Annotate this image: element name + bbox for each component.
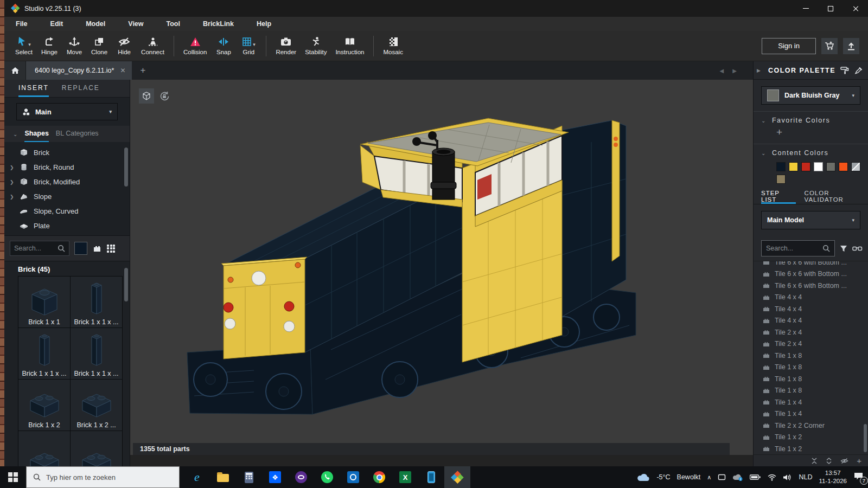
part-thumbnail[interactable]: Brick 1 x 2 ... xyxy=(71,380,122,431)
part-thumbnail[interactable]: Brick 1 x 1 x ... xyxy=(71,328,122,379)
content-color-swatch[interactable] xyxy=(839,162,848,171)
step-item[interactable]: Tile 6 x 6 with Bottom ... xyxy=(754,268,868,280)
taskbar-app-file-explorer[interactable] xyxy=(210,466,236,488)
content-color-swatch[interactable] xyxy=(776,175,786,184)
tab-step-list[interactable]: STEP LIST xyxy=(761,190,796,204)
language-indicator[interactable]: NLD xyxy=(799,473,812,481)
part-thumbnail[interactable]: Brick 1 x 1 xyxy=(18,277,70,328)
tab-replace[interactable]: REPLACE xyxy=(62,80,100,97)
step-item[interactable]: Tile 4 x 4 xyxy=(754,303,868,315)
move-tool-button[interactable]: Move xyxy=(62,36,87,55)
expand-icon[interactable]: ❯ xyxy=(10,179,14,185)
tab-scroll-back-icon[interactable]: ◀ xyxy=(720,68,724,74)
document-tab[interactable]: 6400 lego_Copy 6.2.11.io* ✕ xyxy=(26,61,132,80)
category-plate[interactable]: Plate xyxy=(4,219,130,233)
hinge-tool-button[interactable]: Hinge xyxy=(37,36,62,55)
taskbar-app-your-phone[interactable] xyxy=(418,466,444,488)
grid-caret-icon[interactable]: ▾ xyxy=(253,42,256,47)
select-tool-button[interactable]: ▾ Select xyxy=(11,36,37,55)
mosaic-tool-button[interactable]: Mosaic xyxy=(379,36,407,55)
step-item[interactable]: Tile 1 x 8 xyxy=(754,385,868,397)
panel-collapse-icon[interactable]: ▶ xyxy=(757,68,761,73)
part-search-input[interactable]: Search... xyxy=(10,241,69,256)
cart-button[interactable] xyxy=(821,38,838,54)
category-brick-modified[interactable]: ❯ Brick, Modified xyxy=(4,175,130,189)
sign-in-button[interactable]: Sign in xyxy=(762,38,816,54)
step-item[interactable]: Tile 4 x 4 xyxy=(754,315,868,327)
filter-icon[interactable] xyxy=(840,245,847,252)
part-thumbnail[interactable]: Brick 1 x 2 xyxy=(18,380,70,431)
speaker-icon[interactable] xyxy=(783,474,792,481)
stability-tool-button[interactable]: Stability xyxy=(301,36,331,55)
rotation-lock-button[interactable] xyxy=(157,88,172,104)
taskbar-app-chrome[interactable] xyxy=(366,466,392,488)
hide-tool-button[interactable]: Hide xyxy=(112,36,137,55)
view-cube-button[interactable] xyxy=(139,88,154,104)
step-item[interactable]: Tile 1 x 4 xyxy=(754,408,868,420)
content-color-swatch[interactable] xyxy=(801,162,810,171)
instruction-tool-button[interactable]: Instruction xyxy=(331,36,368,55)
onedrive-icon[interactable] xyxy=(732,473,743,481)
tab-bl-categories[interactable]: BL Categories xyxy=(56,126,99,142)
part-thumbnail[interactable]: Brick 1 x 1 x ... xyxy=(71,277,122,328)
category-partial-row[interactable] xyxy=(4,233,130,235)
home-tab-button[interactable] xyxy=(4,61,26,80)
step-item[interactable]: Tile 1 x 2 xyxy=(754,443,868,454)
taskbar-app-outlook[interactable] xyxy=(340,466,366,488)
chevron-down-icon[interactable]: ⌄ xyxy=(13,131,17,137)
wifi-icon[interactable] xyxy=(768,474,776,481)
connect-tool-button[interactable]: Connect xyxy=(137,36,169,55)
taskbar-app-calculator[interactable] xyxy=(236,466,262,488)
tray-expand-icon[interactable]: ∧ xyxy=(707,474,711,481)
category-slope-curved[interactable]: Slope, Curved xyxy=(4,204,130,219)
close-button[interactable] xyxy=(843,0,868,17)
taskbar-search-input[interactable]: Typ hier om te zoeken xyxy=(26,466,180,488)
content-color-swatch[interactable] xyxy=(826,162,835,171)
collision-tool-button[interactable]: Collision xyxy=(179,36,211,55)
tablet-mode-icon[interactable] xyxy=(718,473,726,481)
parts-scrollbar[interactable] xyxy=(124,268,128,301)
taskbar-app-excel[interactable]: X xyxy=(392,466,418,488)
expand-icon[interactable]: ❯ xyxy=(10,165,14,170)
content-color-swatch[interactable] xyxy=(851,162,860,171)
select-caret-icon[interactable]: ▾ xyxy=(28,42,31,47)
expand-all-icon[interactable] xyxy=(826,458,832,464)
step-item[interactable]: Tile 1 x 8 xyxy=(754,362,868,374)
grid-view-button[interactable] xyxy=(107,245,115,253)
part-thumbnail[interactable]: Brick 1 x 1 x ... xyxy=(18,328,70,379)
color-dropdown[interactable]: Dark Bluish Gray ▾ xyxy=(761,86,860,105)
content-color-swatch[interactable] xyxy=(776,162,786,171)
maximize-button[interactable] xyxy=(818,0,843,17)
content-color-swatch[interactable] xyxy=(814,162,823,171)
step-search-input[interactable]: Search... xyxy=(761,240,835,256)
step-list-scrollbar[interactable] xyxy=(864,424,867,452)
snap-tool-button[interactable]: Snap xyxy=(211,36,236,55)
notification-center-button[interactable]: 7 xyxy=(853,472,864,483)
menu-model[interactable]: Model xyxy=(74,17,117,31)
add-step-button[interactable]: + xyxy=(857,456,861,465)
step-item[interactable]: Tile 6 x 6 with Bottom ... xyxy=(754,280,868,292)
taskbar-app-whatsapp[interactable] xyxy=(314,466,340,488)
taskbar-app-purple[interactable] xyxy=(288,466,314,488)
step-item[interactable]: Tile 4 x 4 xyxy=(754,292,868,304)
step-model-dropdown[interactable]: Main Model ▾ xyxy=(761,211,860,229)
start-button[interactable] xyxy=(0,466,26,488)
step-item[interactable]: Tile 1 x 8 xyxy=(754,350,868,362)
battery-icon[interactable] xyxy=(750,474,761,480)
tab-insert[interactable]: INSERT xyxy=(18,80,49,97)
paint-roller-icon[interactable] xyxy=(840,67,849,74)
tab-close-icon[interactable]: ✕ xyxy=(120,67,125,74)
menu-tool[interactable]: Tool xyxy=(155,17,192,31)
tab-color-validator[interactable]: COLOR VALIDATOR xyxy=(805,190,868,204)
chevron-down-icon[interactable]: ⌄ xyxy=(761,118,767,124)
active-color-swatch-button[interactable] xyxy=(74,242,87,255)
brick-view-button[interactable] xyxy=(92,244,102,253)
step-item[interactable]: Tile 2 x 2 Corner xyxy=(754,420,868,432)
menu-edit[interactable]: Edit xyxy=(39,17,75,31)
category-brick[interactable]: Brick xyxy=(4,145,130,160)
add-favorite-color-button[interactable]: + xyxy=(754,124,868,138)
minimize-button[interactable] xyxy=(793,0,818,17)
category-slope[interactable]: ❯ Slope xyxy=(4,189,130,204)
menu-view[interactable]: View xyxy=(117,17,155,31)
category-scrollbar[interactable] xyxy=(124,147,128,187)
